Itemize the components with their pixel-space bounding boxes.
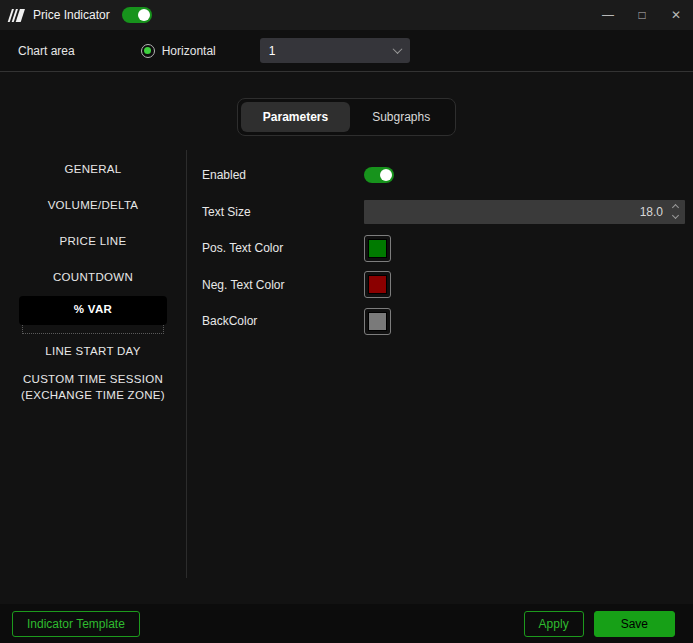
sidebar-item-custom-time-session[interactable]: CUSTOM TIME SESSION (EXCHANGE TIME ZONE) [0,370,186,406]
tab-bar: Parameters Subgraphs [0,72,693,136]
sidebar-item-countdown[interactable]: COUNTDOWN [0,260,186,296]
toggle-knob [138,9,150,21]
horizontal-radio-icon[interactable] [141,44,155,58]
radio-dot [144,47,151,54]
chevron-up-icon [671,204,678,211]
sidebar-item-label: % VAR [19,296,167,325]
settings-panel: Enabled Text Size Pos. Text Color [186,152,693,340]
text-size-stepper[interactable] [669,200,685,224]
text-size-input[interactable] [364,200,669,224]
text-size-field [364,200,685,224]
backcolor-swatch[interactable] [364,308,391,335]
chevron-down-icon [392,44,402,54]
price-indicator-window: Price Indicator — □ ✕ Chart area Horizon… [0,0,693,643]
sidebar-item-label: CUSTOM TIME SESSION (EXCHANGE TIME ZONE) [21,372,165,403]
horizontal-radio-group[interactable]: Horizontal [141,44,216,58]
window-controls: — □ ✕ [591,0,693,30]
sidebar-item-price-line[interactable]: PRICE LINE [0,224,186,260]
sidebar-divider [186,150,187,578]
content-row: GENERALVOLUME/DELTAPRICE LINECOUNTDOWN% … [0,152,693,406]
enabled-toggle[interactable] [364,167,394,183]
main-area: Parameters Subgraphs GENERALVOLUME/DELTA… [0,72,693,604]
sidebar-item-label: LINE START DAY [45,344,140,360]
backcolor-label: BackColor [202,314,364,328]
setting-row-text-size: Text Size [202,194,693,231]
sidebar-item-label: PRICE LINE [60,234,127,250]
pos-text-color-swatch[interactable] [364,235,391,262]
sidebar-item-label: VOLUME/DELTA [48,198,139,214]
window-title: Price Indicator [33,8,110,22]
indicator-template-button[interactable]: Indicator Template [12,611,140,637]
sidebar-menu: GENERALVOLUME/DELTAPRICE LINECOUNTDOWN% … [0,152,186,406]
app-logo-icon [8,8,26,22]
save-button[interactable]: Save [594,611,675,637]
pos-text-color-label: Pos. Text Color [202,241,364,255]
setting-row-pos-text-color: Pos. Text Color [202,230,693,267]
sidebar-item-percent-var[interactable]: % VAR [0,296,186,334]
indicator-enabled-toggle[interactable] [122,7,152,23]
chart-area-toolbar: Chart area Horizontal 1 [0,30,693,72]
enabled-label: Enabled [202,168,364,182]
color-chip [368,312,387,331]
tab-parameters[interactable]: Parameters [241,102,350,132]
sidebar-item-label: COUNTDOWN [53,270,133,286]
apply-button[interactable]: Apply [524,611,584,637]
sidebar-item-general[interactable]: GENERAL [0,152,186,188]
chart-area-label: Chart area [18,44,75,58]
title-bar: Price Indicator — □ ✕ [0,0,693,30]
footer-bar: Indicator Template Apply Save [0,604,693,643]
chevron-down-icon [671,212,678,219]
color-chip [368,239,387,258]
close-button[interactable]: ✕ [659,0,693,30]
toggle-knob [380,169,392,181]
text-size-label: Text Size [202,205,364,219]
tab-subgraphs[interactable]: Subgraphs [350,102,452,132]
tab-group: Parameters Subgraphs [237,98,456,136]
setting-row-neg-text-color: Neg. Text Color [202,267,693,304]
minimize-button[interactable]: — [591,0,625,30]
sidebar-item-label: GENERAL [64,162,121,178]
sidebar-item-line-start-day[interactable]: LINE START DAY [0,334,186,370]
setting-row-enabled: Enabled [202,157,693,194]
sidebar-item-volume-delta[interactable]: VOLUME/DELTA [0,188,186,224]
color-chip [368,275,387,294]
chart-number-dropdown[interactable]: 1 [260,38,410,63]
neg-text-color-swatch[interactable] [364,271,391,298]
neg-text-color-label: Neg. Text Color [202,278,364,292]
horizontal-radio-label: Horizontal [162,44,216,58]
maximize-button[interactable]: □ [625,0,659,30]
focus-indicator [22,325,164,334]
setting-row-backcolor: BackColor [202,303,693,340]
chart-number-value: 1 [269,44,276,58]
